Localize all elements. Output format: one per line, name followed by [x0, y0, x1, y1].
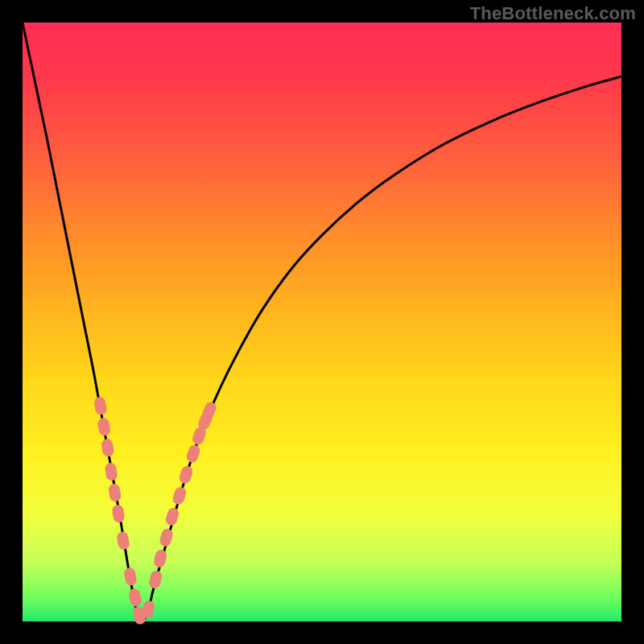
right-branch-markers — [141, 400, 218, 619]
watermark-text: TheBottleneck.com — [470, 3, 636, 24]
curve-marker — [93, 396, 108, 415]
curve-marker — [178, 464, 194, 485]
curve-marker — [104, 462, 118, 481]
curve-marker — [148, 570, 163, 590]
curve-marker — [111, 504, 126, 523]
curve-marker — [159, 527, 175, 547]
curve-marker — [164, 506, 180, 526]
curve-marker — [108, 483, 122, 502]
curve-marker — [116, 530, 130, 550]
curve-marker — [128, 588, 143, 608]
curve-marker — [97, 417, 111, 436]
left-branch-markers — [93, 396, 147, 625]
curve-marker — [123, 567, 138, 586]
curve-marker — [185, 444, 201, 464]
curve-marker — [171, 485, 188, 506]
curve-marker — [153, 548, 168, 568]
chart-svg — [0, 0, 644, 644]
bottleneck-curve — [23, 23, 621, 621]
curve-marker — [101, 438, 114, 457]
